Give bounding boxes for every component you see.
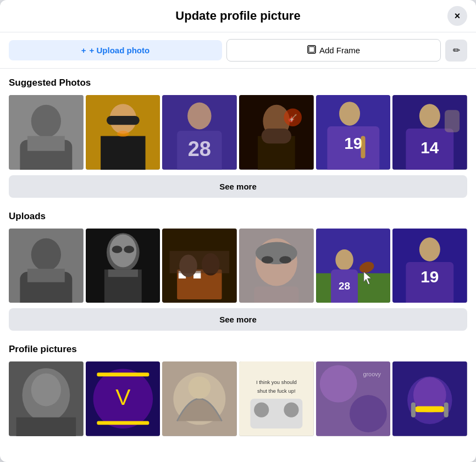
upload-photo-1[interactable] (9, 229, 84, 303)
profile-photo-5[interactable]: groovy (316, 361, 391, 436)
suggested-photo-5[interactable]: 19 (316, 95, 391, 170)
suggested-photo-3[interactable]: 28 (162, 95, 237, 170)
svg-point-28 (419, 104, 440, 127)
svg-point-66 (419, 237, 440, 261)
svg-rect-95 (411, 403, 416, 418)
upload-photo-4[interactable] (239, 229, 314, 303)
profile-pictures-section: Profile pictures V (9, 344, 467, 436)
svg-point-39 (112, 246, 122, 253)
close-button[interactable]: × (447, 6, 467, 26)
svg-rect-15 (162, 95, 237, 170)
suggested-photo-6[interactable]: 14 (392, 95, 467, 170)
uploads-see-more-button[interactable]: See more (9, 308, 467, 331)
svg-point-85 (254, 403, 269, 418)
modal-title: Update profile picture (175, 9, 300, 23)
upload-photo-3[interactable] (162, 229, 237, 303)
modal-header: Update profile picture × (0, 0, 476, 32)
svg-text:V: V (115, 385, 130, 410)
upload-photo-2[interactable] (86, 229, 160, 303)
svg-rect-42 (108, 269, 137, 277)
profile-pictures-grid: V (9, 361, 467, 436)
svg-point-60 (335, 249, 353, 270)
svg-point-55 (262, 256, 274, 264)
svg-rect-94 (415, 407, 445, 413)
suggested-photo-1[interactable] (9, 95, 84, 170)
svg-rect-1 (309, 47, 314, 52)
upload-photo-5[interactable]: 28 (316, 229, 391, 303)
svg-point-10 (117, 131, 129, 137)
upload-photo-6[interactable]: 19 (392, 229, 467, 303)
svg-text:groovy: groovy (363, 371, 381, 377)
add-frame-label: Add Frame (319, 46, 360, 55)
edit-icon: ✏ (453, 45, 460, 55)
uploads-grid: 28 19 (9, 229, 467, 303)
update-profile-picture-modal: Update profile picture × + + Upload phot… (0, 0, 476, 462)
uploads-see-more-label: See more (219, 315, 257, 324)
svg-rect-76 (97, 373, 149, 377)
upload-photo-button[interactable]: + + Upload photo (9, 40, 222, 60)
edit-button[interactable]: ✏ (445, 40, 467, 62)
toolbar: + + Upload photo Add Frame ✏ (0, 32, 476, 69)
suggested-photos-grid: 28 🎸 (9, 95, 467, 170)
svg-point-80 (189, 376, 211, 399)
suggested-photos-section: Suggested Photos (9, 77, 467, 209)
svg-text:19: 19 (421, 267, 439, 285)
svg-rect-19 (262, 129, 291, 143)
suggested-photos-title: Suggested Photos (9, 77, 467, 88)
suggested-photo-2[interactable] (86, 95, 160, 170)
svg-rect-96 (444, 403, 449, 418)
profile-photo-6[interactable] (392, 361, 467, 436)
svg-rect-57 (254, 286, 298, 303)
modal-content: Suggested Photos (0, 69, 476, 450)
svg-rect-31 (445, 110, 460, 132)
svg-rect-51 (170, 251, 230, 273)
profile-photo-3[interactable] (162, 361, 237, 436)
svg-point-23 (339, 102, 360, 125)
uploads-title: Uploads (9, 211, 467, 222)
suggested-photos-see-more-button[interactable]: See more (9, 175, 467, 198)
svg-text:🎸: 🎸 (288, 114, 297, 123)
svg-point-86 (284, 403, 298, 418)
svg-rect-8 (107, 116, 140, 125)
upload-icon: + (81, 46, 86, 55)
profile-photo-1[interactable] (9, 361, 84, 436)
svg-point-40 (124, 246, 134, 253)
svg-text:14: 14 (421, 138, 440, 157)
suggested-see-more-label: See more (219, 182, 257, 191)
svg-rect-77 (97, 421, 149, 425)
frame-icon (307, 45, 316, 55)
uploads-section: Uploads (9, 211, 467, 342)
profile-pictures-title: Profile pictures (9, 344, 467, 355)
svg-point-3 (31, 105, 61, 138)
svg-rect-9 (101, 136, 145, 170)
svg-text:28: 28 (339, 280, 350, 292)
add-frame-button[interactable]: Add Frame (226, 39, 441, 62)
svg-point-89 (350, 395, 387, 432)
svg-point-71 (31, 374, 61, 407)
svg-text:shut the fuck up!: shut the fuck up! (257, 388, 296, 394)
svg-text:19: 19 (344, 134, 362, 152)
svg-point-88 (319, 365, 357, 403)
svg-point-56 (279, 256, 291, 264)
svg-rect-72 (16, 418, 76, 436)
profile-photo-2[interactable]: V (86, 361, 160, 436)
svg-rect-5 (27, 136, 65, 151)
suggested-photo-4[interactable]: 🎸 (239, 95, 314, 170)
svg-text:I think you should: I think you should (256, 379, 297, 385)
profile-photo-4[interactable]: I think you should shut the fuck up! (239, 361, 314, 436)
svg-point-33 (31, 238, 61, 271)
svg-rect-26 (361, 136, 365, 159)
upload-photo-label: + Upload photo (90, 46, 150, 55)
svg-rect-35 (27, 269, 65, 282)
